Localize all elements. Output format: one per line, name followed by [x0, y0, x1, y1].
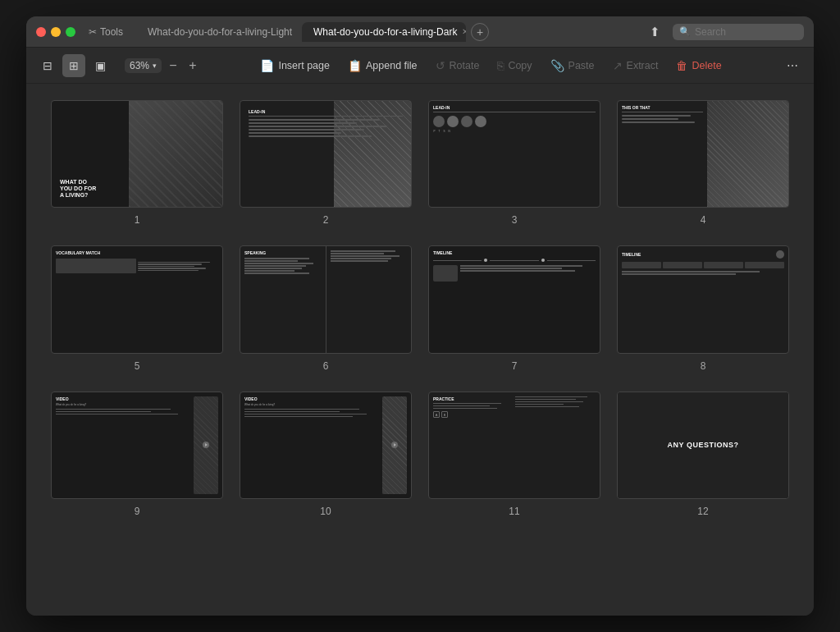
- slide-item[interactable]: TIMELINE: [617, 245, 789, 371]
- two-page-view-button[interactable]: ▣: [89, 54, 112, 77]
- zoom-level-label: 63%: [130, 60, 149, 71]
- slide-number: 1: [135, 214, 140, 226]
- slide-thumbnail: TIMELINE: [617, 245, 789, 353]
- tools-menu[interactable]: ✂ Tools: [89, 26, 123, 38]
- ellipsis-icon: ⋯: [787, 59, 798, 72]
- zoom-control[interactable]: 63% ▾: [125, 58, 162, 73]
- slide-number: 9: [135, 506, 140, 517]
- copy-button[interactable]: ⎘ Copy: [489, 55, 540, 76]
- slide-item[interactable]: SPEAKING: [240, 245, 412, 371]
- slide-item[interactable]: LEAD-IN 2: [240, 100, 412, 226]
- titlebar: ✂ Tools What-do-you-do-for-a-living-Ligh…: [26, 16, 814, 48]
- search-box[interactable]: 🔍: [673, 24, 804, 40]
- any-questions-text: ANY QUESTIONS?: [668, 441, 739, 449]
- tab-light-label: What-do-you-do-for-a-living-Light: [148, 26, 292, 38]
- search-icon: 🔍: [679, 26, 691, 37]
- copy-icon: ⎘: [497, 59, 504, 72]
- maximize-button[interactable]: [66, 27, 75, 37]
- paste-label: Paste: [568, 60, 595, 71]
- slide-item[interactable]: THIS OR THAT 4: [617, 100, 789, 226]
- slide-thumbnail: VOCABULARY MATCH: [51, 245, 223, 353]
- insert-page-icon: 📄: [260, 59, 274, 72]
- slide-number: 8: [701, 360, 706, 372]
- append-file-button[interactable]: 📋 Append file: [340, 55, 426, 76]
- delete-icon: 🗑: [676, 59, 687, 72]
- slide-thumbnail: VIDEO What do you do for a living?: [240, 392, 412, 499]
- zoom-in-button[interactable]: +: [185, 57, 201, 74]
- slide-item[interactable]: PRACTICE A B: [428, 392, 600, 517]
- slide-number: 11: [509, 506, 519, 517]
- append-file-label: Append file: [366, 60, 418, 71]
- toolbar-left: ⊟ ⊞ ▣: [36, 54, 112, 77]
- more-options-button[interactable]: ⋯: [781, 54, 804, 77]
- search-input[interactable]: [695, 26, 797, 38]
- insert-page-label: Insert page: [278, 60, 330, 71]
- rotate-button[interactable]: ↺ Rotate: [427, 55, 488, 76]
- slide-item[interactable]: VIDEO What do you do for a living?: [240, 392, 412, 517]
- minus-icon: −: [169, 58, 176, 73]
- sidebar-icon: ⊟: [43, 59, 52, 72]
- traffic-lights: [36, 27, 75, 37]
- slide-item[interactable]: WHAT DOYOU DO FORA LIVING? 1: [51, 100, 223, 226]
- paste-button[interactable]: 📎 Paste: [542, 55, 603, 76]
- tab-bar: What-do-you-do-for-a-living-Light What-d…: [136, 22, 637, 42]
- slide-thumbnail: SPEAKING: [240, 245, 412, 353]
- slide-number: 5: [135, 360, 140, 372]
- plus-icon: +: [189, 58, 196, 73]
- slide-number: 3: [512, 214, 518, 226]
- extract-label: Extract: [627, 60, 659, 71]
- minimize-button[interactable]: [51, 27, 61, 37]
- slide-thumbnail: WHAT DOYOU DO FORA LIVING?: [51, 100, 223, 208]
- grid-view-button[interactable]: ⊞: [62, 54, 85, 77]
- paste-icon: 📎: [550, 59, 564, 72]
- slide-thumbnail: THIS OR THAT: [617, 100, 789, 208]
- slide-item[interactable]: TIMELINE: [428, 245, 600, 371]
- tools-label: Tools: [100, 26, 123, 38]
- slide-number: 10: [320, 506, 331, 517]
- slide-item[interactable]: LEAD-IN P T S N: [428, 100, 600, 226]
- extract-icon: ↗: [613, 59, 623, 72]
- tools-scissors-icon: ✂: [89, 26, 97, 38]
- insert-page-button[interactable]: 📄 Insert page: [252, 55, 338, 76]
- copy-label: Copy: [508, 60, 532, 71]
- sidebar-toggle-button[interactable]: ⊟: [36, 54, 59, 77]
- delete-label: Delete: [692, 60, 721, 71]
- slide-number: 6: [323, 360, 329, 372]
- slide-thumbnail: ANY QUESTIONS?: [617, 392, 789, 499]
- delete-button[interactable]: 🗑 Delete: [668, 55, 729, 76]
- slide-item[interactable]: VIDEO What do you do for a living?: [51, 392, 223, 517]
- toolbar-actions: 📄 Insert page 📋 Append file ↺ Rotate ⎘ C…: [204, 55, 778, 76]
- slide-number: 4: [701, 214, 706, 226]
- slide-thumbnail: PRACTICE A B: [428, 392, 600, 499]
- slide-number: 7: [512, 360, 518, 372]
- chevron-down-icon: ▾: [153, 62, 157, 70]
- tab-light[interactable]: What-do-you-do-for-a-living-Light: [136, 22, 300, 42]
- zoom-out-button[interactable]: −: [165, 57, 181, 74]
- slide-thumbnail: LEAD-IN P T S N: [428, 100, 600, 208]
- slide-thumbnail: VIDEO What do you do for a living?: [51, 392, 223, 499]
- slide-item[interactable]: ANY QUESTIONS? 12: [617, 392, 789, 517]
- append-file-icon: 📋: [348, 59, 362, 72]
- app-window: ✂ Tools What-do-you-do-for-a-living-Ligh…: [26, 16, 814, 616]
- two-page-icon: ▣: [95, 59, 106, 72]
- slide-thumbnail: LEAD-IN: [240, 100, 412, 208]
- tab-dark[interactable]: What-do-you-do-for-a-living-Dark ✕: [302, 22, 466, 42]
- slide-number: 12: [697, 506, 708, 517]
- rotate-icon: ↺: [436, 59, 445, 72]
- tab-dark-label: What-do-you-do-for-a-living-Dark: [313, 26, 457, 38]
- rotate-label: Rotate: [450, 60, 480, 71]
- slide-thumbnail: TIMELINE: [428, 245, 600, 353]
- slide-number: 2: [323, 214, 329, 226]
- slides-content: WHAT DOYOU DO FORA LIVING? 1 LEAD-IN: [26, 84, 814, 616]
- tab-close-icon[interactable]: ✕: [462, 27, 466, 36]
- toolbar: ⊟ ⊞ ▣ 63% ▾ − + 📄 Insert page 📋: [26, 48, 814, 84]
- titlebar-right: ⬆ 🔍: [643, 21, 804, 44]
- close-button[interactable]: [36, 27, 46, 37]
- slide-item[interactable]: VOCABULARY MATCH: [51, 245, 223, 371]
- grid-icon: ⊞: [69, 59, 79, 72]
- share-button[interactable]: ⬆: [643, 21, 666, 44]
- new-tab-button[interactable]: +: [471, 23, 489, 41]
- slides-grid: WHAT DOYOU DO FORA LIVING? 1 LEAD-IN: [51, 100, 789, 517]
- extract-button[interactable]: ↗ Extract: [605, 55, 667, 76]
